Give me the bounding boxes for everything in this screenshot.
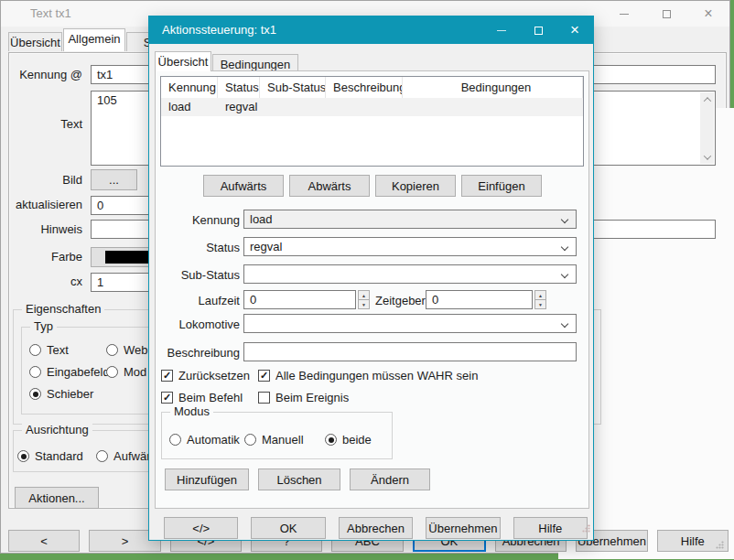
kennung-combobox[interactable]: load [243, 210, 577, 229]
zeitgeber-spinner[interactable]: ▲▼ [534, 290, 546, 309]
desktop: Text tx1 × Übersicht Allgemein Sch Kennu… [0, 0, 734, 560]
radio-typ-schieber[interactable]: Schieber [29, 387, 93, 401]
radio-icon [106, 366, 118, 378]
radio-icon [29, 344, 41, 356]
dialog-help-button[interactable]: Hilfe [513, 517, 588, 539]
aufwaerts-button[interactable]: Aufwärts [203, 175, 284, 197]
scroll-down-icon[interactable] [700, 150, 714, 164]
spin-down-icon[interactable]: ▼ [534, 300, 546, 309]
radio-modus-beide[interactable]: beide [325, 433, 372, 447]
dialog-apply-button[interactable]: Übernehmen [426, 517, 500, 539]
radio-typ-web[interactable]: Web [106, 343, 148, 357]
bild-label: Bild [13, 173, 82, 187]
radio-typ-text[interactable]: Text [29, 343, 69, 357]
lokomotive-combobox[interactable] [243, 314, 577, 333]
dialog-maximize-button[interactable] [520, 16, 556, 44]
laufzeit-spinner[interactable]: ▲▼ [358, 290, 370, 309]
parent-close-button[interactable]: × [687, 1, 729, 27]
parent-tab-allgemein[interactable]: Allgemein [63, 28, 125, 51]
abwaerts-button[interactable]: Abwärts [289, 175, 370, 197]
dialog-tab-bedingungen[interactable]: Bedingungen [212, 54, 298, 71]
kennung-label: Kennung @ [13, 68, 82, 81]
radio-icon [106, 344, 118, 356]
text-scrollbar[interactable] [700, 92, 714, 164]
dialog-cancel-button[interactable]: Abbrechen [339, 517, 413, 539]
hinzufuegen-button[interactable]: Hinzufügen [165, 468, 249, 490]
laufzeit-input[interactable]: 0 [243, 290, 356, 309]
parent-minimize-button[interactable] [603, 1, 645, 27]
table-row[interactable]: load regval [161, 98, 583, 116]
zeitgeber-label: Zeitgeber [375, 294, 421, 307]
close-icon: × [704, 6, 712, 21]
substatus-combobox[interactable] [243, 264, 577, 284]
beschreibung-input[interactable] [243, 342, 577, 361]
beim-ereignis-checkbox[interactable]: Beim Ereignis [258, 391, 349, 404]
maximize-icon [663, 10, 671, 18]
einfuegen-button[interactable]: Einfügen [461, 175, 542, 197]
dialog-ok-button[interactable]: OK [251, 517, 325, 539]
spin-down-icon[interactable]: ▼ [358, 300, 370, 309]
zuruecksetzen-checkbox[interactable]: ✓Zurücksetzen [161, 369, 250, 382]
kopieren-button[interactable]: Kopieren [375, 175, 456, 197]
radio-typ-mod[interactable]: Mod [106, 365, 146, 379]
radio-modus-automatik[interactable]: Automatik [169, 433, 240, 447]
beim-befehl-checkbox[interactable]: ✓Beim Befehl [161, 391, 243, 404]
radio-icon [96, 450, 108, 462]
dialog-resize-grip-icon[interactable] [582, 524, 590, 533]
laufzeit-label: Laufzeit [161, 294, 240, 307]
col-substatus[interactable]: Sub-Status [260, 77, 326, 98]
table-header-row: Kennung Status Sub-Status Beschreibung B… [161, 77, 583, 98]
loeschen-button[interactable]: Löschen [258, 468, 340, 490]
cx-label: cx [13, 275, 82, 288]
radio-modus-manuell[interactable]: Manuell [244, 433, 304, 447]
radio-typ-eingabefeld[interactable]: Eingabefeld [29, 365, 110, 379]
farbe-label: Farbe [13, 250, 82, 264]
dialog-title: Aktionssteuerung: tx1 [162, 23, 276, 37]
minimize-icon [620, 14, 629, 15]
dialog-close-button[interactable]: × [556, 16, 593, 44]
dialog-minimize-button[interactable] [483, 16, 520, 44]
chevron-down-icon [561, 243, 568, 251]
aendern-button[interactable]: Ändern [350, 468, 430, 490]
radio-selected-icon [325, 434, 337, 446]
zeitgeber-input[interactable]: 0 [426, 290, 533, 309]
spin-up-icon[interactable]: ▲ [534, 290, 546, 300]
checkbox-checked-icon: ✓ [258, 370, 270, 382]
modus-group: Modus Automatik Manuell beide [161, 412, 393, 459]
checkbox-checked-icon: ✓ [161, 392, 173, 404]
parent-resize-grip-icon[interactable] [716, 541, 724, 549]
chevron-down-icon [561, 216, 568, 223]
radio-ausrichtung-standard[interactable]: Standard [17, 449, 83, 463]
dialog-tab-uebersicht[interactable]: Übersicht [155, 51, 211, 71]
aktionen-button[interactable]: Aktionen... [15, 487, 99, 509]
checkbox-unchecked-icon [258, 392, 270, 404]
col-kennung[interactable]: Kennung [161, 77, 218, 98]
text-label: Text [13, 117, 82, 131]
chevron-down-icon [561, 271, 568, 278]
aktualisieren-label: aktualisieren [13, 198, 82, 211]
prev-button[interactable]: < [8, 530, 80, 552]
dialog-code-button[interactable]: </> [164, 517, 238, 539]
radio-selected-icon [29, 388, 41, 400]
parent-tab-uebersicht[interactable]: Übersicht [8, 32, 62, 51]
bild-browse-button[interactable]: ... [91, 169, 137, 190]
col-status[interactable]: Status [218, 77, 260, 98]
alle-bedingungen-checkbox[interactable]: ✓Alle Bedingungen müssen WAHR sein [258, 369, 478, 382]
spin-up-icon[interactable]: ▲ [358, 290, 370, 300]
col-beschreibung[interactable]: Beschreibung [326, 77, 403, 98]
chevron-down-icon [561, 320, 568, 328]
eigenschaften-group-title: Eigenschaften [22, 302, 104, 316]
maximize-icon [534, 27, 543, 35]
substatus-label: Sub-Status [161, 268, 240, 282]
minimize-icon [497, 30, 506, 31]
parent-maximize-button[interactable] [645, 1, 687, 27]
dialog-tab-page: Kennung Status Sub-Status Beschreibung B… [155, 70, 589, 509]
parent-window-title: Text tx1 [30, 6, 71, 20]
col-bedingungen[interactable]: Bedingungen [403, 77, 583, 98]
scroll-up-icon[interactable] [700, 92, 714, 106]
lokomotive-label: Lokomotive [161, 318, 240, 331]
radio-selected-icon [17, 450, 29, 462]
actions-table[interactable]: Kennung Status Sub-Status Beschreibung B… [160, 76, 584, 167]
radio-icon [244, 434, 256, 446]
status-combobox[interactable]: regval [243, 237, 577, 256]
